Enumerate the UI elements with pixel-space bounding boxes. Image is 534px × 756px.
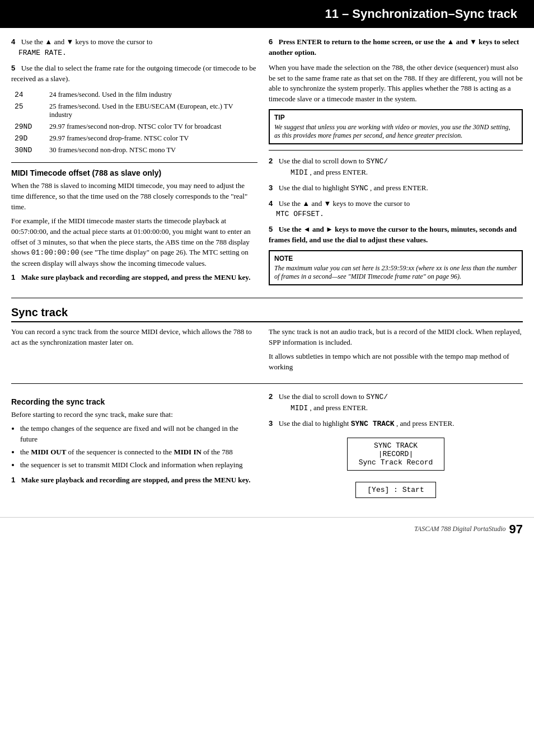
screen1-line1: SYNC TRACK [359,442,433,450]
right-divider-1 [269,150,523,151]
recording-step3-text-a: Use the dial to highlight [279,419,349,428]
left-divider [11,162,257,163]
step-3-right-mono: SYNC [351,184,368,192]
step-4-monospace: FRAME RATE. [18,49,67,57]
step-3-right: 3 Use the dial to highlight SYNC , and p… [269,183,523,194]
left-column: 4 Use the ▲ and ▼ keys to move the curso… [11,37,257,290]
recording-sync-two-col: Recording the sync track Before starting… [0,392,534,506]
recording-sync-body1: Before starting to record the sync track… [11,410,257,420]
screen-display-2: [Yes] : Start [355,482,435,498]
step-5-text: Use the dial to select the frame rate fo… [11,64,256,83]
frame-rate-code: 30ND [12,145,46,156]
sync-track-right: The sync track is not an audio track, bu… [269,327,523,375]
right-body1: When you have made the selection on the … [269,63,523,105]
midi-offset-body2: For example, if the MIDI timecode master… [11,216,257,269]
step-4-num: 4 [11,37,19,46]
step-4-left: 4 Use the ▲ and ▼ keys to move the curso… [11,37,257,59]
step-2-right-text-b: , and press ENTER. [310,168,368,176]
recording-sync-divider [11,383,523,384]
step-1-midi-text: Make sure playback and recording are sto… [21,273,251,281]
note-text: The maximum value you can set here is 23… [274,264,517,280]
right-column: 6 Press ENTER to return to the home scre… [269,37,523,290]
step-5-right-num: 5 [269,225,277,233]
screen2-line1: [Yes] : Start [367,486,424,494]
frame-rate-code: 25 [12,101,46,120]
frame-rate-row: 2424 frames/second. Used in the film ind… [12,90,256,100]
step-2-right-num: 2 [269,157,277,165]
step-5-right: 5 Use the ◄ and ► keys to move the curso… [269,224,523,246]
step-6-right: 6 Press ENTER to return to the home scre… [269,37,523,58]
recording-step2-num: 2 [269,392,277,401]
frame-rate-row: 29D29.97 frames/second drop-frame. NTSC … [12,133,256,144]
frame-rate-desc: 29.97 frames/second drop-frame. NTSC col… [47,133,256,144]
recording-sync-step1: 1 Make sure playback and recording are s… [11,475,257,486]
step-6-text: Press ENTER to return to the home screen… [269,37,519,57]
step-3-right-text-b: , and press ENTER. [370,184,428,192]
step-2-right: 2 Use the dial to scroll down to SYNC/ M… [269,156,523,179]
page-title: 11 – Synchronization–Sync track [325,7,517,21]
page: 11 – Synchronization–Sync track 4 Use th… [0,0,534,756]
sync-track-wrapper: Sync track [0,298,534,322]
footer-text: TASCAM 788 Digital PortaStudio [414,525,505,533]
screen1-line2: |RECORD| [359,450,433,458]
midi-offset-section: MIDI Timecode offset (788 as slave only)… [11,168,257,283]
step-4-right: 4 Use the ▲ and ▼ keys to move the curso… [269,199,523,220]
recording-sync-left: Recording the sync track Before starting… [11,392,257,506]
step-2-right-text-a: Use the dial to scroll down to [279,157,364,165]
step-5-right-text: Use the ◄ and ► keys to move the cursor … [269,225,517,244]
recording-step2-text-a: Use the dial to scroll down to [279,392,364,401]
page-footer: TASCAM 788 Digital PortaStudio 97 [0,517,534,541]
tip-text: We suggest that unless you are working w… [274,123,510,139]
recording-sync-step1-num: 1 [11,476,19,484]
recording-step3-mono: SYNC TRACK [351,420,395,428]
step-4-right-mono: MTC OFFSET. [276,210,324,218]
frame-rate-code: 24 [12,90,46,100]
bullet-item: the tempo changes of the sequence are fi… [20,424,257,445]
recording-step2-text-b: , and press ENTER. [310,403,368,412]
sync-track-body-right2: It allows subtleties in tempo which are … [269,351,523,373]
recording-sync-wrapper [0,383,534,384]
sync-track-title: Sync track [11,306,523,322]
recording-step3-text-b: , and press ENTER. [396,419,455,428]
step-1-midi-num: 1 [11,273,19,281]
frame-rate-row: 2525 frames/second. Used in the EBU/SECA… [12,101,256,120]
footer-page-num: 97 [509,522,523,537]
step-4-right-num: 4 [269,199,277,208]
step-5-left: 5 Use the dial to select the frame rate … [11,63,257,84]
note-label: NOTE [274,255,517,262]
frame-rate-row: 29ND29.97 frames/second non-drop. NTSC c… [12,121,256,132]
frame-rate-desc: 24 frames/second. Used in the film indus… [47,90,256,100]
step-5-num: 5 [11,64,19,72]
recording-sync-right-col: 2 Use the dial to scroll down to SYNC/ M… [269,392,523,506]
step-3-right-text-a: Use the dial to highlight [279,184,349,192]
midi-offset-title: MIDI Timecode offset (788 as slave only) [11,168,257,177]
sync-track-body-left1: You can record a sync track from the sou… [11,327,257,348]
sync-track-left: You can record a sync track from the sou… [11,327,257,375]
frame-rate-row: 30ND30 frames/second non-drop. NTSC mono… [12,145,256,156]
frame-rate-desc: 29.97 frames/second non-drop. NTSC color… [47,121,256,132]
recording-step2: 2 Use the dial to scroll down to SYNC/ M… [269,392,523,414]
frame-rate-desc: 25 frames/second. Used in the EBU/SECAM … [47,101,256,120]
tip-label: TIP [274,114,517,121]
bullet-item: the MIDI OUT of the sequencer is connect… [20,447,257,458]
recording-step3-num: 3 [269,419,277,428]
frame-rate-code: 29D [12,133,46,144]
recording-step3: 3 Use the dial to highlight SYNC TRACK ,… [269,419,523,430]
recording-sync-bullets: the tempo changes of the sequence are fi… [20,424,257,470]
screen-display-1: SYNC TRACK |RECORD| Sync Track Record [347,438,445,471]
recording-sync-title: Recording the sync track [11,397,257,406]
bullet-item: the sequencer is set to transmit MIDI Cl… [20,460,257,471]
screen-block-1: SYNC TRACK |RECORD| Sync Track Record [269,434,523,474]
sync-track-divider [11,298,523,298]
frame-rate-desc: 30 frames/second non-drop. NTSC mono TV [47,145,256,156]
screen1-line3: Sync Track Record [359,458,433,467]
tip-box: TIP We suggest that unless you are worki… [269,109,523,144]
frame-rate-code: 29ND [12,121,46,132]
step-3-right-num: 3 [269,184,277,192]
note-box: NOTE The maximum value you can set here … [269,250,523,285]
recording-sync-step1-text: Make sure playback and recording are sto… [21,476,251,484]
screen-block-2: [Yes] : Start [269,478,523,501]
step-6-num: 6 [269,37,277,46]
midi-display: 01:00:00:00 [31,248,79,257]
step-1-midi: 1 Make sure playback and recording are s… [11,273,257,283]
